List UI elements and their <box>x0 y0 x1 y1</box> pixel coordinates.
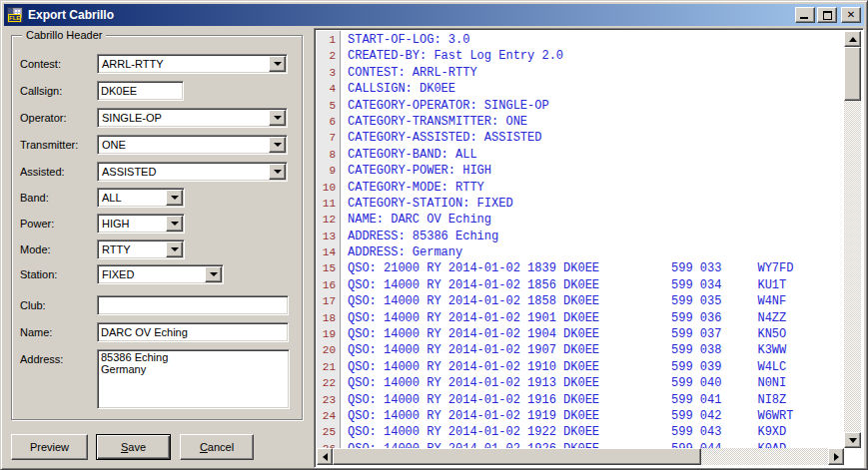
log-text: CATEGORY-OPERATOR: SINGLE-OP <box>341 98 549 114</box>
log-text: CATEGORY-ASSISTED: ASSISTED <box>341 130 541 146</box>
scroll-right-button[interactable] <box>828 448 844 465</box>
scroll-up-button[interactable] <box>844 31 861 47</box>
assisted-value: ASSISTED <box>102 166 156 178</box>
mode-label: Mode: <box>20 243 51 255</box>
contest-combobox[interactable]: ARRL-RTTY <box>97 54 288 74</box>
log-line: 17QSO: 14000 RY 2014-01-02 1858 DK0EE 59… <box>317 293 844 309</box>
field-club: Club: <box>12 295 302 315</box>
line-number: 13 <box>317 229 341 244</box>
cabrillo-header-group: Cabrillo Header Contest: ARRL-RTTY Calls… <box>11 35 303 420</box>
cancel-button-accel: C <box>200 441 208 453</box>
log-text: QSO: 14000 RY 2014-01-02 1922 DK0EE 599 … <box>341 424 786 440</box>
dropdown-button[interactable] <box>269 56 286 72</box>
transmitter-combobox[interactable]: ONE <box>97 135 288 155</box>
scroll-down-button[interactable] <box>844 432 861 448</box>
log-text: ADDRESS: 85386 Eching <box>341 229 498 244</box>
power-combobox[interactable]: HIGH <box>97 214 185 234</box>
preview-button-label: Preview <box>30 441 69 453</box>
log-text: CREATED-BY: Fast Log Entry 2.0 <box>341 48 563 64</box>
dropdown-button[interactable] <box>269 164 286 180</box>
line-number: 26 <box>317 441 341 448</box>
name-label: Name: <box>20 326 52 338</box>
contest-value: ARRL-RTTY <box>102 58 164 70</box>
line-number: 15 <box>317 260 341 276</box>
close-button[interactable]: ✕ <box>841 7 861 23</box>
log-line: 15QSO: 21000 RY 2014-01-02 1839 DK0EE 59… <box>317 260 844 276</box>
dropdown-button[interactable] <box>269 137 286 153</box>
dropdown-button[interactable] <box>166 241 183 257</box>
operator-combobox[interactable]: SINGLE-OP <box>97 108 288 128</box>
scroll-left-button[interactable] <box>317 448 333 465</box>
log-text: QSO: 14000 RY 2014-01-02 1904 DK0EE 599 … <box>341 326 786 342</box>
callsign-input[interactable] <box>97 81 184 101</box>
export-cabrillo-dialog: FLE Export Cabrillo ✕ Cabrillo Header Co… <box>0 0 868 470</box>
chevron-down-icon <box>274 62 282 66</box>
save-button[interactable]: Save <box>96 434 171 460</box>
cancel-button-label: ancel <box>208 441 234 453</box>
log-text: CALLSIGN: DK0EE <box>341 81 455 97</box>
window-title: Export Cabrillo <box>28 8 793 22</box>
mode-value: RTTY <box>102 243 131 255</box>
line-number: 24 <box>317 408 341 424</box>
dropdown-button[interactable] <box>166 216 183 232</box>
station-label: Station: <box>20 268 57 280</box>
vertical-scrollbar[interactable] <box>844 31 861 448</box>
log-line: 9CATEGORY-POWER: HIGH <box>317 163 844 179</box>
address-label: Address: <box>20 353 63 365</box>
line-number: 9 <box>317 163 341 179</box>
horizontal-scrollbar-thumb[interactable] <box>333 448 701 465</box>
operator-label: Operator: <box>20 112 66 124</box>
line-number: 19 <box>317 326 341 342</box>
arrow-left-icon <box>323 453 328 461</box>
log-text: START-OF-LOG: 3.0 <box>341 32 469 48</box>
minimize-button[interactable] <box>795 7 815 23</box>
dropdown-button[interactable] <box>269 110 286 126</box>
log-text: ADDRESS: Germany <box>341 244 462 260</box>
log-line: 26QSO: 14000 RY 2014-01-02 1926 DK0EE 59… <box>317 441 844 448</box>
contest-label: Contest: <box>20 58 61 70</box>
vertical-scrollbar-thumb[interactable] <box>844 47 861 101</box>
club-input[interactable] <box>97 295 289 315</box>
chevron-down-icon <box>210 272 218 276</box>
callsign-label: Callsign: <box>20 85 62 97</box>
mode-combobox[interactable]: RTTY <box>97 239 185 259</box>
operator-value: SINGLE-OP <box>102 112 162 124</box>
log-text: QSO: 14000 RY 2014-01-02 1907 DK0EE 599 … <box>341 342 786 358</box>
log-line: 4CALLSIGN: DK0EE <box>317 81 844 97</box>
log-line: 1START-OF-LOG: 3.0 <box>317 32 844 48</box>
field-power: Power: HIGH <box>12 214 302 234</box>
address-textarea[interactable]: 85386 Eching Germany <box>97 349 290 409</box>
preview-button[interactable]: Preview <box>11 434 88 460</box>
log-line: 21QSO: 14000 RY 2014-01-02 1910 DK0EE 59… <box>317 359 844 375</box>
cabrillo-log-editor[interactable]: 1START-OF-LOG: 3.02CREATED-BY: Fast Log … <box>314 28 864 468</box>
line-number: 8 <box>317 147 341 163</box>
log-content[interactable]: 1START-OF-LOG: 3.02CREATED-BY: Fast Log … <box>317 31 844 448</box>
maximize-button[interactable] <box>817 7 837 23</box>
line-number: 20 <box>317 342 341 358</box>
station-combobox[interactable]: FIXED <box>97 264 224 284</box>
field-assisted: Assisted: ASSISTED <box>12 162 302 182</box>
dropdown-button[interactable] <box>205 266 222 282</box>
power-value: HIGH <box>102 218 130 230</box>
line-number: 5 <box>317 98 341 114</box>
chevron-down-icon <box>171 222 179 226</box>
line-number: 25 <box>317 424 341 440</box>
log-text: CATEGORY-POWER: HIGH <box>341 163 491 179</box>
dropdown-button[interactable] <box>166 190 183 206</box>
close-icon: ✕ <box>847 10 855 20</box>
band-combobox[interactable]: ALL <box>97 188 185 208</box>
cancel-button[interactable]: Cancel <box>180 434 254 460</box>
line-number: 2 <box>317 48 341 64</box>
log-text: CONTEST: ARRL-RTTY <box>341 65 477 81</box>
assisted-combobox[interactable]: ASSISTED <box>97 162 288 182</box>
chevron-down-icon <box>274 116 282 120</box>
log-text: QSO: 14000 RY 2014-01-02 1856 DK0EE 599 … <box>341 277 786 293</box>
field-transmitter: Transmitter: ONE <box>12 135 302 155</box>
line-number: 18 <box>317 310 341 326</box>
log-text: QSO: 14000 RY 2014-01-02 1910 DK0EE 599 … <box>341 359 786 375</box>
station-value: FIXED <box>102 268 134 280</box>
club-label: Club: <box>20 299 46 311</box>
log-text: QSO: 14000 RY 2014-01-02 1913 DK0EE 599 … <box>341 375 786 391</box>
horizontal-scrollbar[interactable] <box>317 448 844 465</box>
name-input[interactable] <box>97 322 289 342</box>
